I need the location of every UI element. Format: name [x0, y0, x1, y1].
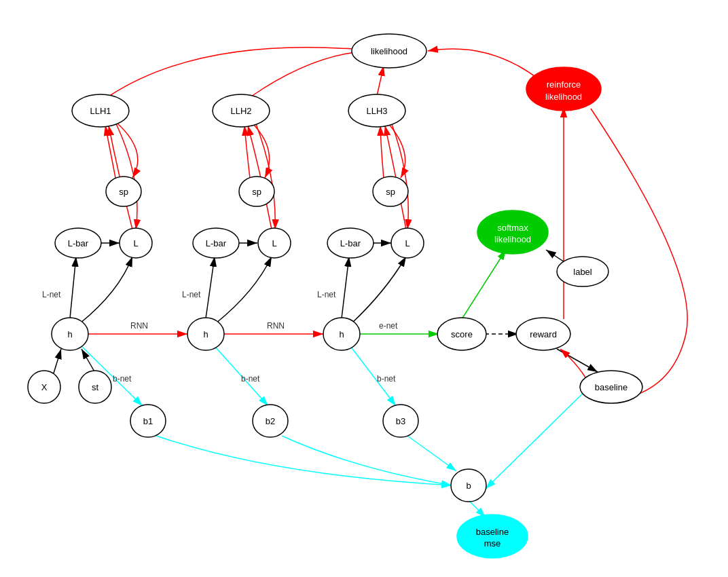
label-b3: b3 [396, 416, 405, 426]
edge-llh1-sp1 [112, 119, 138, 178]
label-llh3: LLH3 [366, 106, 387, 116]
edge-b1-b [156, 436, 452, 485]
label-rnn-1: RNN [130, 321, 148, 331]
label-baseline-mse-1: baseline [476, 527, 509, 537]
label-bnet-2: b-net [241, 374, 260, 384]
edge-h1-l1 [80, 257, 132, 323]
label-likelihood: likelihood [371, 46, 407, 56]
label-baseline-mse-2: mse [484, 538, 501, 548]
label-l1: L [133, 238, 138, 248]
label-lbar2: L-bar [206, 238, 227, 248]
label-bnet-3: b-net [377, 374, 396, 384]
edge-reinforce-arc [591, 109, 687, 401]
label-st: st [92, 382, 99, 392]
label-h1: h [67, 329, 72, 339]
label-h2: h [203, 329, 208, 339]
edge-x-h1 [53, 349, 61, 375]
graph-diagram: L-net L-net L-net RNN RNN e-net b-net b-… [0, 0, 728, 577]
edge-h1-lbar1 [70, 257, 76, 318]
edge-b-baseline-mse [469, 500, 486, 517]
edge-h2-l2 [216, 257, 272, 323]
label-sp2: sp [252, 187, 261, 197]
edge-reinforce-likelihood [428, 49, 540, 80]
label-softmax-2: likelihood [494, 234, 531, 244]
label-rnn-2: RNN [267, 321, 285, 331]
edge-h2-lbar2 [206, 257, 215, 318]
edge-llh1-likelihood [109, 48, 377, 96]
label-reinforce-2: likelihood [545, 92, 582, 102]
label-sp3: sp [386, 187, 395, 197]
label-b: b [466, 481, 471, 491]
label-llh1: LLH1 [90, 106, 111, 116]
edge-llh2-likelihood [251, 51, 368, 96]
label-score: score [451, 329, 473, 339]
label-l3: L [405, 238, 410, 248]
label-lbar3: L-bar [340, 238, 361, 248]
label-bnet-1: b-net [113, 374, 132, 384]
label-lnet-3: L-net [317, 290, 336, 299]
label-lnet-1: L-net [42, 290, 61, 299]
edge-h3-l3 [352, 257, 406, 323]
label-label: label [573, 267, 592, 277]
label-sp1: sp [119, 187, 128, 197]
label-baseline: baseline [595, 382, 627, 392]
label-enet: e-net [379, 321, 398, 331]
label-llh2: LLH2 [230, 106, 251, 116]
label-lbar1: L-bar [68, 238, 89, 248]
edge-score-softmax [462, 250, 506, 319]
label-h3: h [339, 329, 344, 339]
edge-b2-b [282, 436, 452, 485]
label-reward: reward [530, 329, 557, 339]
edge-b3-b [407, 436, 456, 471]
label-reinforce-1: reinforce [547, 79, 581, 90]
edge-h3-lbar3 [342, 257, 349, 318]
edge-baseline-b [486, 379, 598, 489]
edge-reward-baseline [557, 349, 598, 372]
label-lnet-2: L-net [182, 290, 201, 299]
edge-sp3-llh3 [380, 126, 384, 178]
label-softmax-1: softmax [497, 223, 528, 233]
edge-llh1-l1 [115, 122, 137, 229]
edge-llh3-l3 [391, 122, 408, 229]
label-b2: b2 [266, 416, 275, 426]
label-x: X [41, 382, 48, 392]
edge-llh3-likelihood [377, 66, 384, 96]
label-b1: b1 [143, 416, 153, 426]
label-l2: L [272, 238, 276, 248]
edge-sp2-llh2 [244, 126, 250, 178]
